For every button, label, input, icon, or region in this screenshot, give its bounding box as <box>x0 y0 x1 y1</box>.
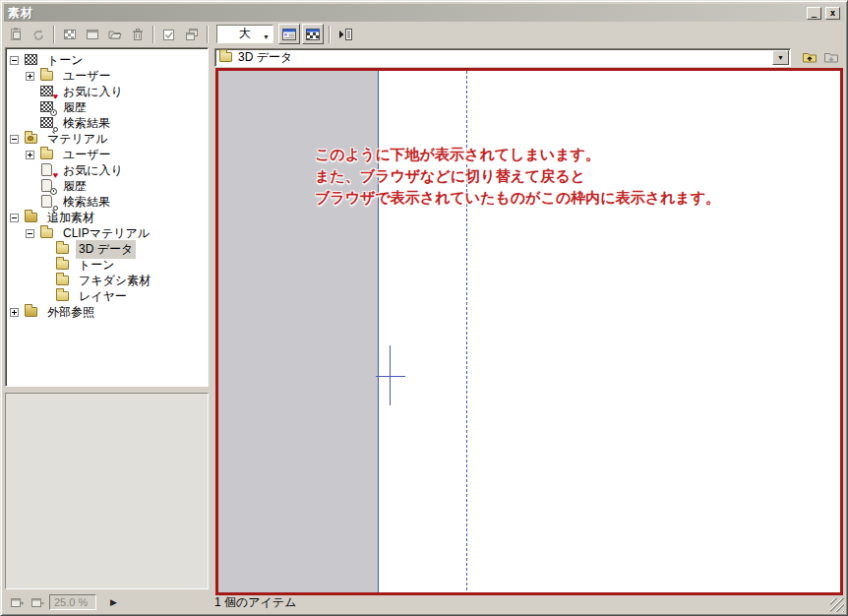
folder-path-select[interactable]: 3D データ ▼ <box>214 48 791 67</box>
folder-icon <box>218 50 235 64</box>
status-bar: 25.0 % ▶ 1 個のアイテム <box>4 592 844 612</box>
canvas-frame: このように下地が表示されてしまいます。また、ブラウザなどに切り替えて戻るとブラウ… <box>215 68 843 595</box>
properties-button <box>158 24 180 44</box>
dropdown-arrow-icon[interactable]: ▼ <box>772 50 789 65</box>
delete-button <box>127 24 149 44</box>
clock-overlay-icon <box>50 188 57 195</box>
current-folder-label: 3D データ <box>238 49 292 66</box>
annotation-line: また、ブラウザなどに切り替えて戻ると <box>315 165 720 187</box>
new-folder-button <box>820 47 842 67</box>
toolbar-separator <box>53 26 55 43</box>
zoom-level-field: 25.0 % <box>49 594 96 610</box>
material-page-icon: ♥ <box>39 163 56 177</box>
heart-overlay-icon: ♥ <box>53 92 58 101</box>
annotation-text: このように下地が表示されてしまいます。また、ブラウザなどに切り替えて戻るとブラウ… <box>315 144 720 209</box>
tone-pattern-icon: ♥ <box>39 85 56 98</box>
material-page-icon <box>39 179 56 193</box>
folder-icon <box>55 274 72 287</box>
tone-pattern-icon <box>39 100 56 114</box>
material-tree: トーンユーザー♥お気に入り履歴検索結果マテリアルユーザー♥お気に入り履歴検索結果… <box>5 47 209 387</box>
panel-menu-button[interactable] <box>334 24 356 44</box>
annotation-line: ブラウザで表示されていたものがこの枠内に表示されます。 <box>315 187 720 209</box>
toolbar: 大▼ <box>5 23 843 45</box>
folder-icon <box>55 258 72 272</box>
tree-item[interactable]: ♥お気に入り <box>8 84 208 99</box>
tree-expand-toggle[interactable] <box>10 214 19 222</box>
toolbar-separator <box>207 26 209 43</box>
tone-pattern-icon <box>39 116 56 130</box>
material-folder-icon <box>24 132 40 146</box>
tree-item[interactable]: 外部参照 <box>8 304 208 320</box>
close-button[interactable]: x <box>825 7 840 20</box>
window-title: 素材 <box>8 5 33 22</box>
refresh-button <box>28 24 49 44</box>
material-page-icon <box>39 195 56 209</box>
tree-expand-toggle[interactable] <box>26 151 34 159</box>
clock-overlay-icon <box>50 109 57 116</box>
folder-icon <box>39 69 56 83</box>
chevron-down-icon[interactable]: ▼ <box>263 33 270 40</box>
tree-item[interactable]: ♥お気に入り <box>8 162 208 178</box>
thumbnail-size-select[interactable]: 大▼ <box>216 25 273 43</box>
tree-item[interactable]: 検索結果 <box>8 194 208 210</box>
tree-expand-toggle[interactable] <box>10 56 19 65</box>
path-bar: 3D データ ▼ <box>214 47 842 67</box>
resize-grip[interactable] <box>830 598 844 612</box>
search-overlay-icon <box>53 127 58 132</box>
materials-window: 素材 _ x 大▼ トーンユーザー♥お気に入り履歴検索結果マテリアルユーザー♥お… <box>0 0 848 616</box>
preview-panel <box>5 393 209 589</box>
tree-expand-toggle[interactable] <box>26 72 34 81</box>
folder-icon <box>55 242 72 256</box>
fit-window-icon <box>8 595 25 610</box>
search-overlay-icon <box>53 206 58 211</box>
shrink-window-icon <box>29 595 45 610</box>
folder-icon <box>55 289 72 303</box>
folder-icon <box>39 226 56 240</box>
face-overlay-icon <box>28 136 33 141</box>
tree-expand-toggle[interactable] <box>10 135 19 144</box>
crosshair-horizontal <box>376 376 405 377</box>
folder-icon <box>39 148 56 161</box>
cascade-button <box>181 24 203 44</box>
tree-expand-toggle[interactable] <box>26 229 34 238</box>
tree-expand-toggle[interactable] <box>10 308 19 317</box>
new-window-button <box>82 24 103 44</box>
annotation-line: このように下地が表示されてしまいます。 <box>315 144 720 165</box>
tree-item-label: 外部参照 <box>44 303 97 322</box>
tone-pattern-icon <box>24 53 40 67</box>
tone-button <box>59 24 81 44</box>
paste-button <box>5 24 27 44</box>
expand-arrow-button[interactable]: ▶ <box>110 597 117 607</box>
title-bar[interactable]: 素材 _ x <box>4 4 844 22</box>
canvas-view[interactable]: このように下地が表示されてしまいます。また、ブラウザなどに切り替えて戻るとブラウ… <box>218 71 840 592</box>
toolbar-separator <box>329 26 331 43</box>
minimize-button[interactable]: _ <box>807 7 821 20</box>
open-folder-icon <box>24 305 40 319</box>
open-folder-button <box>104 24 126 44</box>
heart-overlay-icon: ♥ <box>53 171 58 180</box>
list-view-button[interactable] <box>278 24 300 44</box>
item-count-label: 1 個のアイテム <box>214 594 296 611</box>
folder-up-button[interactable] <box>799 47 820 67</box>
toolbar-separator <box>152 26 154 43</box>
open-folder-icon <box>24 211 40 224</box>
thumbnail-view-button[interactable] <box>302 24 324 44</box>
tree-item[interactable]: レイヤー <box>8 288 208 304</box>
